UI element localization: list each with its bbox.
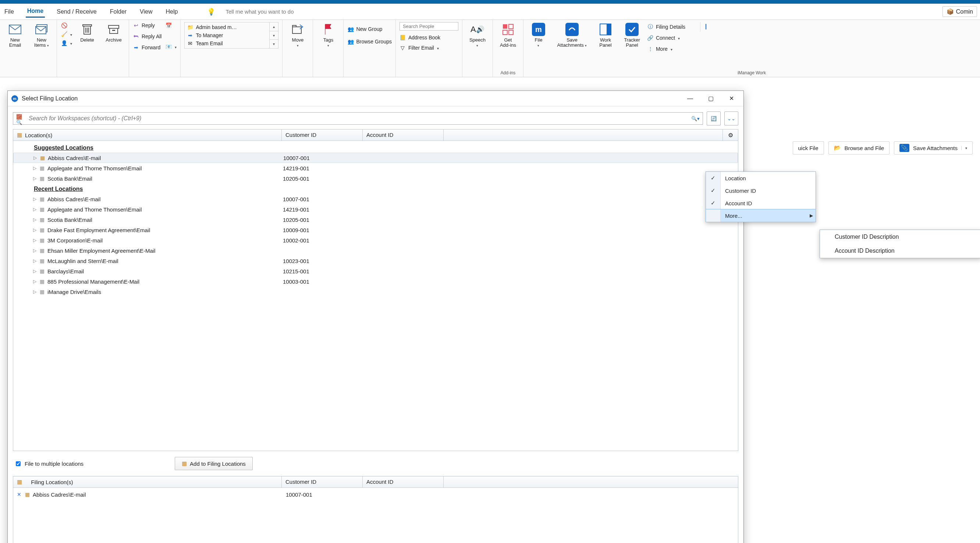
titlebar [0, 0, 980, 4]
col-header-filing-account-id[interactable]: Account ID [363, 476, 444, 487]
close-button[interactable]: ✕ [723, 93, 740, 105]
search-people-input[interactable] [399, 22, 458, 30]
tell-me-input[interactable]: Tell me what you want to do [226, 8, 294, 15]
junk-button[interactable]: 👤 [61, 40, 72, 46]
work-panel-button[interactable]: Work Panel [594, 22, 617, 48]
location-row[interactable]: ▷▦Applegate and Thorne Thomsen\Email1421… [13, 204, 738, 215]
columns-gear-button[interactable]: ⚙ [722, 129, 738, 140]
expand-icon[interactable]: ▷ [29, 217, 40, 222]
location-row[interactable]: ▷▦Abbiss Cadres\E-mail10007-001 [13, 153, 738, 163]
location-row[interactable]: ▷▦Drake Fast Employment Agreement\Email1… [13, 225, 738, 235]
col-header-locations[interactable]: ▦Location(s) [13, 129, 282, 140]
tab-file[interactable]: File [3, 6, 16, 17]
location-row[interactable]: ▷▦3M Corporation\E-mail10002-001 [13, 235, 738, 245]
expand-icon[interactable]: ▷ [29, 227, 40, 232]
columns-menu-item[interactable]: ✓Customer ID [706, 184, 816, 197]
tracker-panel-button[interactable]: Tracker Panel [620, 22, 643, 48]
archive-button[interactable]: Archive [102, 22, 125, 43]
ignore-button[interactable]: 🚫 [61, 22, 72, 29]
columns-menu-item[interactable]: ✓Location [706, 172, 816, 184]
browse-and-file-button[interactable]: 📂Browse and File [829, 141, 890, 154]
tab-send-receive[interactable]: Send / Receive [55, 6, 98, 17]
cleanup-button[interactable]: 🧹 [61, 31, 72, 38]
meeting-button[interactable]: 📅 [165, 22, 177, 29]
remove-icon[interactable]: ✕ [17, 492, 25, 497]
search-box[interactable]: 🧱🔍 🔍▾ [13, 112, 703, 125]
tab-view[interactable]: View [138, 6, 154, 17]
new-group-button[interactable]: 👥New Group [347, 26, 391, 32]
expand-icon[interactable]: ▷ [29, 176, 40, 181]
location-row[interactable]: ▷▦Scotia Bank\Email10205-001 [13, 215, 738, 225]
more-respond-button[interactable]: 📧 [165, 43, 177, 50]
location-row[interactable]: ▷▦Abbiss Cadres\E-mail10007-001 [13, 194, 738, 204]
expand-icon[interactable]: ▷ [29, 289, 40, 294]
expand-icon[interactable]: ▷ [29, 196, 40, 202]
address-book-button[interactable]: 📒Address Book [399, 34, 458, 41]
columns-submenu-item[interactable]: Customer ID Description [820, 230, 980, 244]
reply-all-button[interactable]: ⮪Reply All [133, 33, 161, 40]
expand-all-button[interactable]: ⌄⌄ [724, 111, 738, 126]
expand-icon[interactable]: ▷ [29, 207, 40, 212]
imanage-more-button[interactable]: ⋮More [647, 46, 685, 52]
location-row[interactable]: ▷▦iManage Drive\Emails [13, 287, 738, 297]
tags-button[interactable]: Tags▾ [317, 22, 340, 48]
refresh-button[interactable]: 🔄 [707, 111, 721, 126]
expand-icon[interactable]: ▷ [29, 248, 40, 253]
expand-icon[interactable]: ▷ [29, 166, 40, 171]
col-header-account-id[interactable]: Account ID [363, 129, 444, 140]
get-addins-button[interactable]: Get Add-ins [496, 22, 519, 48]
submenu-arrow-icon: ▶ [807, 213, 816, 218]
imanage-file-button[interactable]: m File▾ [527, 22, 550, 48]
location-row[interactable]: ▷▦Applegate and Thorne Thomsen\Email1421… [13, 163, 738, 173]
expand-icon[interactable]: ▷ [30, 155, 40, 161]
address-book-label: Address Book [408, 35, 440, 40]
expand-icon[interactable]: ▷ [29, 279, 40, 284]
quick-file-button[interactable]: uick File [793, 141, 824, 154]
filing-details-button[interactable]: ⓘFiling Details [647, 24, 685, 30]
reply-button[interactable]: ↩Reply [133, 22, 161, 29]
quickstep-admin[interactable]: 📁Admin based m… [187, 24, 267, 30]
new-email-button[interactable]: New Email [4, 22, 27, 48]
quickstep-team[interactable]: ✉Team Email [187, 40, 267, 47]
filter-email-button[interactable]: ▽Filter Email [399, 45, 458, 51]
location-name: 885 Professional Management\E-Mail [48, 279, 283, 285]
tab-help[interactable]: Help [164, 6, 180, 17]
tab-home[interactable]: Home [26, 6, 45, 18]
expand-icon[interactable]: ▷ [29, 269, 40, 274]
col-header-customer-id[interactable]: Customer ID [282, 129, 363, 140]
location-row[interactable]: ▷▦McLaughlin and Stern\E-mail10023-001 [13, 256, 738, 266]
coming-soon-button[interactable]: 📦 Comin [942, 6, 977, 17]
col-header-filing-customer-id[interactable]: Customer ID [282, 476, 363, 487]
location-row[interactable]: ▷▦885 Professional Management\E-Mail1000… [13, 276, 738, 287]
maximize-button[interactable]: ▢ [702, 93, 719, 105]
save-attachments-pill[interactable]: 📎Save Attachments▾ [894, 141, 973, 154]
search-input[interactable] [28, 115, 688, 122]
filing-location-row[interactable]: ✕▦Abbiss Cadres\E-mail10007-001 [13, 489, 738, 500]
expand-icon[interactable]: ▷ [29, 258, 40, 263]
dialog-titlebar[interactable]: m Select Filing Location — ▢ ✕ [8, 91, 743, 106]
location-row[interactable]: ▷▦Scotia Bank\Email10205-001 [13, 173, 738, 183]
minimize-button[interactable]: — [682, 93, 698, 105]
file-multiple-input[interactable] [16, 461, 21, 466]
location-row[interactable]: ▷▦Ehsan Miller Employment Agreement\E-Ma… [13, 245, 738, 256]
file-multiple-checkbox[interactable]: File to multiple locations [14, 460, 84, 467]
columns-menu-item[interactable]: ✓Account ID [706, 197, 816, 209]
col-header-filing-locations[interactable]: ▦ Filing Location(s) [13, 476, 282, 487]
new-items-button[interactable]: New Items ▾ [30, 22, 53, 48]
delete-button[interactable]: Delete [76, 22, 99, 43]
add-to-filing-locations-button[interactable]: ▦Add to Filing Locations [175, 457, 253, 470]
browse-groups-button[interactable]: 👥Browse Groups [347, 38, 391, 45]
columns-menu-item[interactable]: More...▶ [706, 209, 816, 222]
quicksteps-scroll[interactable]: ▴▾▾ [269, 22, 278, 48]
save-attachments-button[interactable]: Save Attachments ▾ [554, 22, 590, 48]
search-scope-icon[interactable]: 🔍▾ [691, 116, 700, 121]
location-row[interactable]: ▷▦Barclays\Email10215-001 [13, 266, 738, 276]
columns-submenu-item[interactable]: Account ID Description [820, 244, 980, 258]
tab-folder[interactable]: Folder [108, 6, 128, 17]
speech-button[interactable]: A🔊 Speech▾ [466, 22, 489, 48]
quickstep-manager[interactable]: ➡To Manager [187, 32, 267, 39]
connect-button[interactable]: 🔗Connect [647, 35, 685, 41]
move-button[interactable]: Move▾ [286, 22, 309, 48]
forward-button[interactable]: ➡Forward [133, 44, 161, 51]
expand-icon[interactable]: ▷ [29, 238, 40, 243]
